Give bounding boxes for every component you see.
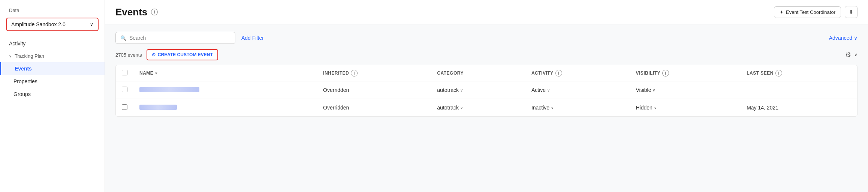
add-filter-button[interactable]: Add Filter — [240, 32, 265, 44]
main-content: 🔍 Add Filter Advanced ∨ 2705 events ⊙ CR… — [105, 24, 868, 192]
row2-name-blurred — [139, 105, 177, 110]
th-checkbox — [116, 65, 133, 81]
chevron-down-icon: ∨ — [652, 88, 655, 92]
row1-name-cell[interactable] — [133, 81, 317, 99]
expand-chevron-icon[interactable]: ∨ — [854, 52, 858, 57]
download-icon: ⬇ — [849, 9, 853, 15]
row1-name-blurred — [139, 87, 199, 92]
row1-inherited: Overridden — [317, 81, 431, 99]
chevron-down-icon: ∨ — [460, 88, 463, 92]
chevron-down-icon: ∨ — [460, 106, 463, 110]
table-header-row: NAME ▾ INHERITED i CATEG — [116, 65, 857, 81]
sidebar-item-tracking-plan[interactable]: ∨ Tracking Plan — [0, 50, 105, 62]
row2-activity[interactable]: Inactive ∨ — [525, 99, 630, 117]
last-seen-info-icon[interactable]: i — [775, 70, 782, 76]
main-content-area: Events i ✦ Event Test Coordinator ⬇ 🔍 — [105, 0, 868, 192]
chevron-down-icon: ∨ — [551, 106, 554, 110]
search-input[interactable] — [129, 35, 230, 41]
sort-icon: ▾ — [155, 71, 157, 75]
sidebar: Data Amplitude Sandbox 2.0 ∨ Activity ∨ … — [0, 0, 105, 192]
inherited-info-icon[interactable]: i — [351, 70, 358, 76]
search-icon: 🔍 — [120, 35, 126, 41]
event-test-coordinator-button[interactable]: ✦ Event Test Coordinator — [774, 6, 841, 18]
th-inherited: INHERITED i — [317, 65, 431, 81]
table-row: Overridden autotrack ∨ Active ∨ — [116, 81, 857, 99]
chevron-down-icon: ∨ — [547, 88, 550, 92]
row1-category[interactable]: autotrack ∨ — [431, 81, 525, 99]
row2-category[interactable]: autotrack ∨ — [431, 99, 525, 117]
sidebar-item-groups[interactable]: Groups — [0, 88, 105, 100]
page-header: Events i ✦ Event Test Coordinator ⬇ — [105, 0, 868, 24]
download-button[interactable]: ⬇ — [845, 6, 858, 18]
sidebar-item-properties-label: Properties — [13, 78, 37, 84]
chevron-down-icon: ∨ — [90, 22, 93, 27]
th-visibility: VISIBILITY i — [630, 65, 741, 81]
toolbar-left: 🔍 Add Filter — [115, 32, 265, 44]
row1-activity[interactable]: Active ∨ — [525, 81, 630, 99]
advanced-button[interactable]: Advanced ∨ — [829, 35, 858, 41]
row2-inherited: Overridden — [317, 99, 431, 117]
th-activity: ACTIVITY i — [525, 65, 630, 81]
th-last-seen: LAST SEEN i — [741, 65, 857, 81]
events-count: 2705 events — [115, 52, 142, 58]
row1-visibility[interactable]: Visible ∨ — [630, 81, 741, 99]
row2-checkbox-cell — [116, 99, 133, 117]
row1-checkbox[interactable] — [122, 87, 127, 92]
project-selector[interactable]: Amplitude Sandbox 2.0 ∨ — [6, 18, 99, 31]
spark-icon: ✦ — [780, 9, 784, 15]
toolbar: 🔍 Add Filter Advanced ∨ — [115, 32, 858, 44]
th-name[interactable]: NAME ▾ — [133, 65, 317, 81]
sub-toolbar-right: ⚙ ∨ — [845, 51, 858, 59]
sidebar-navigation: Activity ∨ Tracking Plan Events Properti… — [0, 37, 105, 100]
sidebar-item-events-label: Events — [15, 66, 32, 72]
chevron-down-icon: ∨ — [854, 35, 858, 41]
th-category: CATEGORY — [431, 65, 525, 81]
expand-icon: ∨ — [9, 54, 12, 58]
page-title: Events — [115, 6, 147, 18]
events-table: NAME ▾ INHERITED i CATEG — [115, 65, 858, 117]
row2-last-seen: May 14, 2021 — [741, 99, 857, 117]
search-box[interactable]: 🔍 — [115, 32, 235, 44]
visibility-info-icon[interactable]: i — [662, 70, 669, 76]
table-row: Overridden autotrack ∨ Inactive ∨ — [116, 99, 857, 117]
row1-checkbox-cell — [116, 81, 133, 99]
create-custom-event-button[interactable]: ⊙ CREATE CUSTOM EVENT — [147, 49, 218, 60]
page-title-area: Events i — [115, 6, 158, 18]
row2-visibility[interactable]: Hidden ∨ — [630, 99, 741, 117]
sidebar-data-label: Data — [0, 8, 105, 18]
create-custom-icon: ⊙ — [152, 52, 156, 57]
sidebar-item-tracking-plan-label: Tracking Plan — [15, 53, 44, 59]
row2-checkbox[interactable] — [122, 104, 127, 110]
row2-name-cell[interactable] — [133, 99, 317, 117]
header-actions: ✦ Event Test Coordinator ⬇ — [774, 6, 858, 18]
row1-last-seen — [741, 81, 857, 99]
sidebar-item-properties[interactable]: Properties — [0, 75, 105, 88]
select-all-checkbox[interactable] — [122, 70, 127, 75]
sidebar-item-activity[interactable]: Activity — [0, 37, 105, 50]
activity-info-icon[interactable]: i — [555, 70, 562, 76]
chevron-down-icon: ∨ — [654, 106, 657, 110]
sidebar-item-groups-label: Groups — [13, 91, 31, 97]
sub-toolbar-left: 2705 events ⊙ CREATE CUSTOM EVENT — [115, 49, 218, 60]
settings-icon[interactable]: ⚙ — [845, 51, 851, 59]
title-info-icon[interactable]: i — [151, 9, 158, 15]
sub-toolbar: 2705 events ⊙ CREATE CUSTOM EVENT ⚙ ∨ — [115, 49, 858, 60]
sidebar-item-activity-label: Activity — [9, 40, 25, 46]
project-name: Amplitude Sandbox 2.0 — [11, 21, 66, 27]
sidebar-item-events[interactable]: Events — [0, 62, 105, 75]
